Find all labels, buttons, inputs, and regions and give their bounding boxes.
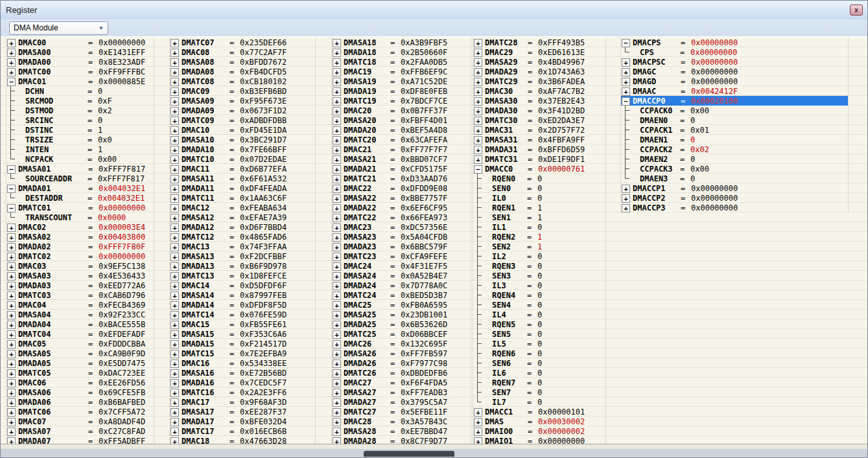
register-row-dmac08[interactable]: +DMAC08=0x77C2AF7F bbox=[170, 47, 315, 57]
register-row-dmatc04[interactable]: +DMATC04=0xEFDEFADF bbox=[6, 329, 154, 339]
register-row-dmada10[interactable]: +DMADA10=0x7FE66BFF bbox=[170, 144, 315, 154]
register-row-dmada08[interactable]: +DMADA08=0xFB4DCFD5 bbox=[170, 67, 315, 76]
register-row-dmatc22[interactable]: +DMATC22=0x66FEA973 bbox=[332, 212, 471, 222]
expand-icon[interactable]: + bbox=[7, 272, 16, 281]
register-row-dmac27[interactable]: +DMAC27=0xF6F4FDA5 bbox=[332, 378, 471, 387]
expand-icon[interactable]: + bbox=[333, 243, 341, 251]
register-row-dmatc09[interactable]: +DMATC09=0xADBDFDBB bbox=[170, 115, 315, 125]
expand-icon[interactable]: + bbox=[622, 58, 630, 67]
register-row-dmatc30[interactable]: +DMATC30=0xED2DA3E7 bbox=[473, 115, 605, 125]
register-row-dmada04[interactable]: +DMADA04=0xBACE555B bbox=[6, 319, 154, 329]
register-row-inten[interactable]: INTEN=1 bbox=[6, 144, 154, 154]
expand-icon[interactable]: + bbox=[170, 369, 179, 378]
register-row-dmatc11[interactable]: +DMATC11=0x1AA63C6F bbox=[170, 193, 315, 203]
expand-icon[interactable]: + bbox=[170, 165, 179, 174]
expand-icon[interactable]: + bbox=[170, 126, 179, 135]
expand-icon[interactable]: + bbox=[170, 253, 179, 261]
expand-icon[interactable]: + bbox=[474, 117, 482, 125]
expand-icon[interactable]: + bbox=[474, 97, 482, 106]
expand-icon[interactable]: + bbox=[333, 117, 341, 125]
register-row-dmas[interactable]: +DMAS=0x00030002 bbox=[473, 417, 605, 426]
expand-icon[interactable]: + bbox=[170, 87, 179, 96]
expand-icon[interactable]: + bbox=[622, 87, 630, 96]
expand-icon[interactable]: + bbox=[333, 340, 341, 349]
register-row-dmasa02[interactable]: +DMASA02=0x00403800 bbox=[6, 232, 154, 242]
expand-icon[interactable]: + bbox=[170, 223, 179, 232]
register-row-dmatc06[interactable]: +DMATC06=0x7CFF5A72 bbox=[6, 407, 154, 417]
expand-icon[interactable]: + bbox=[7, 408, 16, 417]
register-row-dmasa01[interactable]: −DMASA01=0xFFF7F817 bbox=[6, 164, 154, 174]
expand-icon[interactable]: + bbox=[474, 155, 482, 164]
register-row-dmac11[interactable]: +DMAC11=0xD6B77EFA bbox=[170, 164, 315, 174]
expand-icon[interactable]: + bbox=[170, 262, 179, 271]
expand-icon[interactable]: + bbox=[622, 185, 630, 193]
expand-icon[interactable]: + bbox=[333, 126, 341, 135]
expand-icon[interactable]: + bbox=[474, 408, 482, 417]
register-row-dmasa21[interactable]: +DMASA21=0xBBD07CF7 bbox=[332, 154, 471, 164]
register-row-dmatc16[interactable]: +DMATC16=0x2A2E3FF6 bbox=[170, 387, 315, 397]
register-row-dmac07[interactable]: +DMAC07=0xA8DADF4D bbox=[6, 417, 154, 426]
expand-icon[interactable]: + bbox=[170, 49, 179, 57]
register-row-dmac14[interactable]: +DMAC14=0xD5DFDF6F bbox=[170, 281, 315, 290]
expand-icon[interactable]: + bbox=[7, 350, 16, 358]
expand-icon[interactable]: + bbox=[7, 360, 16, 368]
register-row-dmada27[interactable]: +DMADA27=0x3795C5A7 bbox=[332, 397, 471, 407]
register-row-dmac17[interactable]: +DMAC17=0x9F68AF3D bbox=[170, 397, 315, 407]
register-row-dmatc03[interactable]: +DMATC03=0xCAB6D796 bbox=[6, 290, 154, 300]
register-row-dmasa12[interactable]: +DMASA12=0xEFAE7A39 bbox=[170, 212, 315, 222]
expand-icon[interactable]: + bbox=[333, 282, 341, 290]
expand-icon[interactable]: + bbox=[333, 107, 341, 115]
expand-icon[interactable]: + bbox=[170, 301, 179, 310]
register-row-dmada31[interactable]: +DMADA31=0xBFFD6D59 bbox=[473, 144, 605, 154]
expand-icon[interactable]: + bbox=[7, 418, 16, 426]
expand-icon[interactable]: + bbox=[333, 253, 341, 261]
register-row-dmaen0[interactable]: DMAEN0=0 bbox=[621, 115, 848, 125]
expand-icon[interactable]: + bbox=[7, 253, 16, 261]
register-row-dmaccp3[interactable]: +DMACCP3=0x00000000 bbox=[621, 203, 848, 212]
expand-icon[interactable]: + bbox=[333, 408, 341, 417]
expand-icon[interactable]: + bbox=[7, 39, 16, 47]
expand-icon[interactable]: + bbox=[333, 49, 341, 57]
register-row-rqen0[interactable]: RQEN0=0 bbox=[473, 174, 605, 183]
register-row-dmatc00[interactable]: +DMATC00=0xFF9FFFBC bbox=[6, 67, 154, 76]
expand-icon[interactable]: + bbox=[7, 292, 16, 300]
collapse-icon[interactable]: − bbox=[622, 97, 630, 106]
register-row-dmada15[interactable]: +DMADA15=0xF214517D bbox=[170, 339, 315, 349]
register-row-dmasa20[interactable]: +DMASA20=0xFBFF4D01 bbox=[332, 115, 471, 125]
register-row-dmatc29[interactable]: +DMATC29=0x3B6FADEA bbox=[473, 76, 605, 86]
register-row-dmacc0[interactable]: −DMACC0=0x00000761 bbox=[473, 164, 605, 174]
expand-icon[interactable]: + bbox=[170, 389, 179, 397]
expand-icon[interactable]: + bbox=[474, 428, 482, 436]
register-row-dmatc05[interactable]: +DMATC05=0xDAC723EE bbox=[6, 368, 154, 378]
register-row-dmasa15[interactable]: +DMASA15=0xF353C6A6 bbox=[170, 329, 315, 339]
expand-icon[interactable]: + bbox=[333, 194, 341, 203]
expand-icon[interactable]: + bbox=[474, 126, 482, 135]
expand-icon[interactable]: + bbox=[170, 350, 179, 358]
expand-icon[interactable]: + bbox=[170, 185, 179, 193]
expand-icon[interactable]: + bbox=[333, 272, 341, 281]
register-row-il7[interactable]: IL7=0 bbox=[473, 397, 605, 407]
expand-icon[interactable]: + bbox=[474, 418, 482, 426]
register-row-dmatc24[interactable]: +DMATC24=0xBED5D3B7 bbox=[332, 290, 471, 300]
expand-icon[interactable]: + bbox=[474, 39, 482, 47]
expand-icon[interactable]: + bbox=[170, 68, 179, 76]
expand-icon[interactable]: + bbox=[7, 262, 16, 271]
register-row-dmac10[interactable]: +DMAC10=0xFD45E1DA bbox=[170, 125, 315, 135]
register-row-rqen7[interactable]: RQEN7=0 bbox=[473, 378, 605, 387]
register-row-dmatc21[interactable]: +DMATC21=0xD33AAD76 bbox=[332, 174, 471, 183]
register-row-dmada13[interactable]: +DMADA13=0xB6F9D978 bbox=[170, 261, 315, 271]
expand-icon[interactable]: + bbox=[170, 146, 179, 154]
register-row-dmasa06[interactable]: +DMASA06=0x69CFE5FB bbox=[6, 387, 154, 397]
register-row-cps[interactable]: CPS=0x00000000 bbox=[621, 47, 848, 57]
register-row-dmac13[interactable]: +DMAC13=0x74F3FFAA bbox=[170, 242, 315, 251]
register-row-dmatc12[interactable]: +DMATC12=0x4865FAD6 bbox=[170, 232, 315, 242]
register-row-dmatc18[interactable]: +DMATC18=0x2FAA0DB5 bbox=[332, 57, 471, 67]
register-row-dmaen3[interactable]: DMAEN3=0 bbox=[621, 174, 848, 183]
expand-icon[interactable]: + bbox=[474, 68, 482, 76]
register-row-dmada03[interactable]: +DMADA03=0xEED772A6 bbox=[6, 281, 154, 290]
register-row-dmada05[interactable]: +DMADA05=0xE5DD7475 bbox=[6, 358, 154, 368]
expand-icon[interactable]: + bbox=[333, 175, 341, 183]
expand-icon[interactable]: + bbox=[7, 58, 16, 67]
register-row-dmatc27[interactable]: +DMATC27=0x5EFBE11F bbox=[332, 407, 471, 417]
register-row-dmac01[interactable]: −DMAC01=0x0000885E bbox=[6, 76, 154, 86]
